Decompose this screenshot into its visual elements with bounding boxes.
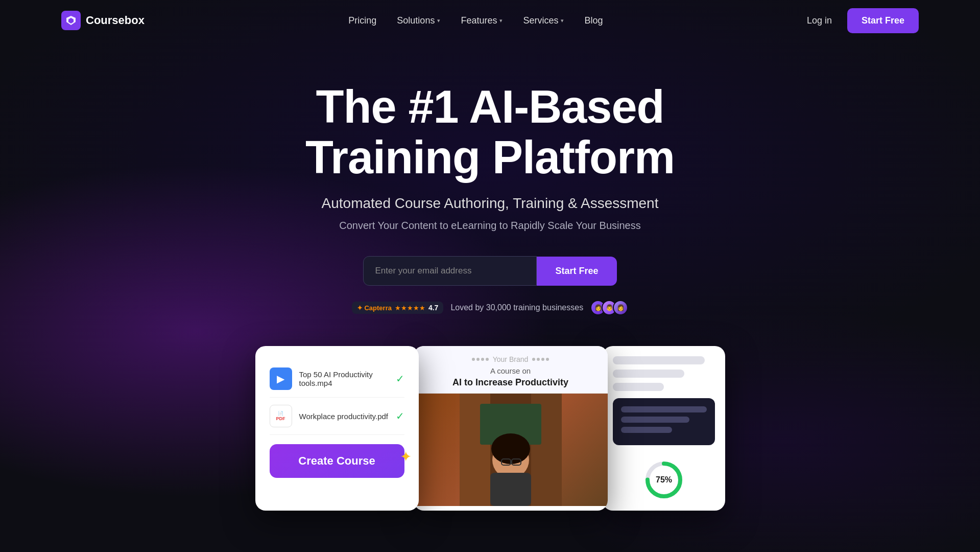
- social-proof: ✦ Capterra ★★★★★ 4.7 Loved by 30,000 tra…: [0, 300, 980, 315]
- metric-bar-2: [613, 370, 684, 378]
- nav-solutions[interactable]: Solutions ▾: [397, 15, 440, 26]
- file-name-pdf: Workplace productivity.pdf: [299, 412, 389, 421]
- chevron-down-icon: ▾: [499, 17, 503, 24]
- svg-text:75%: 75%: [655, 475, 672, 484]
- rating: 4.7: [428, 304, 438, 312]
- progress-ring: 75%: [643, 459, 684, 500]
- pdf-file-icon: 📄 PDF: [270, 405, 292, 427]
- logo-icon: [61, 11, 81, 30]
- check-icon-video: ✓: [396, 373, 404, 385]
- nav-start-free-button[interactable]: Start Free: [847, 8, 919, 33]
- metric-bar-3: [613, 383, 664, 391]
- hero-title: The #1 AI-Based Training Platform: [0, 82, 980, 183]
- hero-description: Convert Your Content to eLearning to Rap…: [0, 220, 980, 232]
- hero-section: The #1 AI-Based Training Platform Automa…: [0, 41, 980, 336]
- stars: ★★★★★: [395, 304, 425, 312]
- nav-links: Pricing Solutions ▾ Features ▾ Services …: [348, 15, 603, 26]
- brand-label: Your Brand: [426, 355, 595, 363]
- person-svg: [460, 394, 562, 506]
- nav-services[interactable]: Services ▾: [523, 15, 564, 26]
- file-name-video: Top 50 AI Productivity tools.mp4: [299, 370, 389, 387]
- svg-rect-6: [490, 473, 531, 506]
- nav-blog[interactable]: Blog: [584, 15, 603, 26]
- chevron-down-icon: ▾: [437, 17, 440, 24]
- hero-start-free-button[interactable]: Start Free: [537, 257, 616, 286]
- dark-bar-1: [621, 406, 707, 412]
- upload-card: ▶ Top 50 AI Productivity tools.mp4 ✓ 📄 P…: [255, 346, 419, 511]
- dark-metrics-block: [613, 398, 715, 445]
- logo-text: Coursebox: [86, 14, 145, 27]
- login-link[interactable]: Log in: [807, 15, 832, 26]
- course-card: Your Brand A course on AI to Increase Pr…: [414, 346, 608, 511]
- video-file-icon: ▶: [270, 367, 292, 390]
- capterra-logo: ✦ Capterra: [357, 304, 392, 312]
- course-header: Your Brand A course on AI to Increase Pr…: [414, 346, 608, 394]
- capterra-badge: ✦ Capterra ★★★★★ 4.7: [352, 302, 444, 314]
- brand-dots-right: [532, 358, 549, 361]
- navbar: Coursebox Pricing Solutions ▾ Features ▾…: [0, 0, 980, 41]
- course-name: AI to Increase Productivity: [426, 377, 595, 388]
- email-input[interactable]: [363, 256, 537, 286]
- course-on-label: A course on: [426, 366, 595, 375]
- metric-bar-1: [613, 356, 705, 364]
- product-preview: ▶ Top 50 AI Productivity tools.mp4 ✓ 📄 P…: [0, 336, 980, 511]
- nav-pricing[interactable]: Pricing: [348, 15, 376, 26]
- chevron-down-icon: ▾: [561, 17, 564, 24]
- avatar: 👩: [613, 300, 628, 315]
- nav-features[interactable]: Features ▾: [461, 15, 503, 26]
- brand-text: Your Brand: [493, 355, 529, 363]
- dark-bar-3: [621, 427, 673, 433]
- metrics-card: 75%: [603, 346, 725, 511]
- check-icon-pdf: ✓: [396, 410, 404, 422]
- hero-subtitle: Automated Course Authoring, Training & A…: [0, 195, 980, 212]
- hero-cta: Start Free: [0, 256, 980, 286]
- nav-actions: Log in Start Free: [807, 8, 919, 33]
- course-thumbnail: [414, 394, 608, 506]
- dark-bar-2: [621, 417, 689, 423]
- upload-item-pdf: 📄 PDF Workplace productivity.pdf ✓: [270, 398, 404, 435]
- avatars: 👩 👨 👩: [590, 300, 628, 315]
- create-course-button[interactable]: Create Course: [270, 444, 404, 478]
- loved-text: Loved by 30,000 training businesses: [450, 303, 583, 312]
- sparkle-icon: ✦: [400, 448, 412, 465]
- logo-link[interactable]: Coursebox: [61, 11, 145, 30]
- brand-dots: [472, 358, 489, 361]
- upload-item-video: ▶ Top 50 AI Productivity tools.mp4 ✓: [270, 360, 404, 398]
